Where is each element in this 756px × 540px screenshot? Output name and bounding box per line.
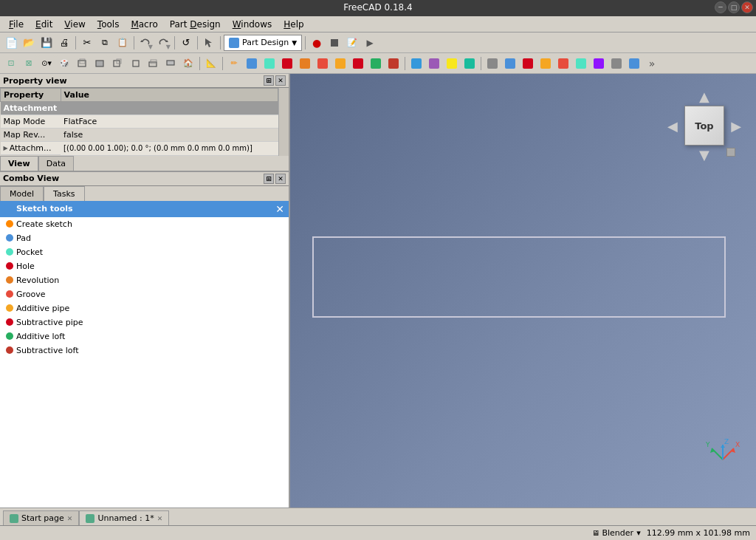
- tool-addloft[interactable]: Additive loft: [0, 329, 289, 344]
- workbench-dropdown[interactable]: Part Design ▼: [224, 35, 302, 51]
- save-button[interactable]: 💾: [38, 35, 55, 51]
- pd-groove-button[interactable]: [315, 55, 331, 72]
- menu-windows[interactable]: Windows: [227, 18, 278, 31]
- prop-tab-view[interactable]: View: [0, 156, 38, 171]
- pd-hole-button[interactable]: [279, 55, 295, 72]
- prop-tab-data[interactable]: Data: [38, 156, 74, 171]
- startpage-close[interactable]: ✕: [67, 515, 73, 522]
- prop-mapmode-value[interactable]: FlatFace: [61, 115, 278, 129]
- tool-addpipe[interactable]: Additive pipe: [0, 301, 289, 315]
- fit-selection-button[interactable]: ⊠: [21, 55, 37, 72]
- copy-button[interactable]: ⧉: [97, 35, 113, 51]
- combo-tab-model[interactable]: Model: [0, 186, 44, 201]
- tool-create-sketch[interactable]: Create sketch: [0, 217, 289, 231]
- tab-unnamed[interactable]: Unnamed : 1* ✕: [79, 510, 169, 525]
- pointer-button[interactable]: [201, 35, 217, 51]
- pd-addloft-button[interactable]: [368, 55, 384, 72]
- pd-subpipe-button[interactable]: [350, 55, 366, 72]
- nav-arrow-left[interactable]: ◀: [667, 118, 678, 134]
- menubar: File Edit View Tools Macro Part Design W…: [0, 16, 756, 33]
- refresh-button[interactable]: ↺: [178, 35, 194, 51]
- property-scrollbar[interactable]: [278, 88, 289, 156]
- minimize-button[interactable]: ─: [715, 1, 726, 13]
- pd-addpipe-button[interactable]: [332, 55, 348, 72]
- nav-cube[interactable]: ▲ ▼ ◀ ▶ Top: [667, 89, 741, 163]
- pd-chamfer-button[interactable]: [426, 55, 442, 72]
- pd-pocket-button[interactable]: [261, 55, 278, 72]
- pd-rev-button[interactable]: [297, 55, 313, 72]
- undo-button[interactable]: ▼: [137, 35, 154, 51]
- sketch-tools-close[interactable]: ✕: [275, 203, 284, 215]
- front-view-button[interactable]: [74, 55, 90, 72]
- open-button[interactable]: 📂: [21, 35, 37, 51]
- print-button[interactable]: 🖨: [56, 35, 72, 51]
- unnamed-icon: [86, 514, 94, 523]
- nav-arrow-top[interactable]: ▲: [699, 89, 709, 104]
- menu-macro[interactable]: Macro: [125, 18, 163, 31]
- home-view-button[interactable]: 🏠: [180, 55, 196, 72]
- tool-subpipe[interactable]: Subtractive pipe: [0, 315, 289, 329]
- pd-thick-button[interactable]: [461, 55, 478, 72]
- bottom-view-button[interactable]: [162, 55, 179, 72]
- tab-startpage[interactable]: Start page ✕: [3, 510, 79, 525]
- pd-fillet-button[interactable]: [408, 55, 425, 72]
- script-button[interactable]: 📝: [344, 35, 360, 51]
- prop-attach-value[interactable]: [(0.00 0.00 1.00); 0.0 °; (0.0 mm 0.0 mm…: [61, 142, 278, 156]
- nav-arrow-bottom[interactable]: ▼: [699, 147, 709, 163]
- pd-b4-button[interactable]: [555, 55, 571, 72]
- tool-pocket[interactable]: Pocket: [0, 245, 289, 259]
- pd-b3-button[interactable]: [537, 55, 554, 72]
- pd-b2-button[interactable]: [520, 55, 536, 72]
- prop-maprev-value[interactable]: false: [61, 129, 278, 142]
- top-view-button[interactable]: [145, 55, 161, 72]
- std-view-button[interactable]: 🎲: [56, 55, 72, 72]
- unnamed-close[interactable]: ✕: [157, 515, 163, 522]
- pd-b7-button[interactable]: [608, 55, 625, 72]
- cut-button[interactable]: ✂: [79, 35, 95, 51]
- tool-pad[interactable]: Pad: [0, 231, 289, 245]
- combo-close-button[interactable]: ✕: [275, 174, 286, 184]
- pd-bool-button[interactable]: [484, 55, 501, 72]
- combo-float-button[interactable]: ⊞: [264, 174, 274, 184]
- combo-tab-tasks[interactable]: Tasks: [44, 186, 84, 201]
- sketch-button[interactable]: ✏: [226, 55, 242, 72]
- close-button[interactable]: ✕: [741, 1, 753, 13]
- pd-b5-button[interactable]: [573, 55, 589, 72]
- back-view-button[interactable]: [92, 55, 108, 72]
- sep6: [305, 36, 306, 49]
- menu-file[interactable]: File: [3, 18, 30, 31]
- new-button[interactable]: 📄: [3, 35, 19, 51]
- maximize-button[interactable]: □: [728, 1, 740, 13]
- measure-button[interactable]: 📐: [203, 55, 219, 72]
- pd-more-button[interactable]: »: [644, 55, 660, 72]
- play-button[interactable]: ▶: [362, 35, 378, 51]
- right-view-button[interactable]: [127, 55, 143, 72]
- tool-groove[interactable]: Groove: [0, 287, 289, 301]
- float-button[interactable]: ⊞: [264, 75, 274, 86]
- tool-subloft[interactable]: Subtractive loft: [0, 344, 289, 358]
- menu-partdesign[interactable]: Part Design: [164, 18, 227, 31]
- nav-cube-face-top[interactable]: Top: [684, 106, 724, 146]
- menu-edit[interactable]: Edit: [30, 18, 58, 31]
- paste-button[interactable]: 📋: [114, 35, 131, 51]
- menu-help[interactable]: Help: [278, 18, 309, 31]
- pd-pad-button[interactable]: [244, 55, 260, 72]
- tool-revolution[interactable]: Revolution: [0, 273, 289, 287]
- left-view-button[interactable]: [109, 55, 126, 72]
- stop-button[interactable]: [326, 35, 343, 51]
- pd-b1-button[interactable]: [502, 55, 518, 72]
- draw-style-button[interactable]: ⊙▼: [38, 55, 55, 72]
- fit-all-button[interactable]: ⊡: [3, 55, 19, 72]
- redo-button[interactable]: ▼: [155, 35, 171, 51]
- nav-arrow-right[interactable]: ▶: [731, 118, 741, 134]
- viewport[interactable]: ▲ ▼ ◀ ▶ Top X Y Z: [290, 74, 756, 507]
- record-button[interactable]: ●: [309, 35, 325, 51]
- pd-draft-button[interactable]: [444, 55, 460, 72]
- pd-b8-button[interactable]: [626, 55, 642, 72]
- pd-b6-button[interactable]: [591, 55, 607, 72]
- close-panel-button[interactable]: ✕: [275, 75, 286, 86]
- pd-subloft-button[interactable]: [385, 55, 402, 72]
- menu-tools[interactable]: Tools: [92, 18, 126, 31]
- menu-view[interactable]: View: [58, 18, 91, 31]
- tool-hole[interactable]: Hole: [0, 259, 289, 273]
